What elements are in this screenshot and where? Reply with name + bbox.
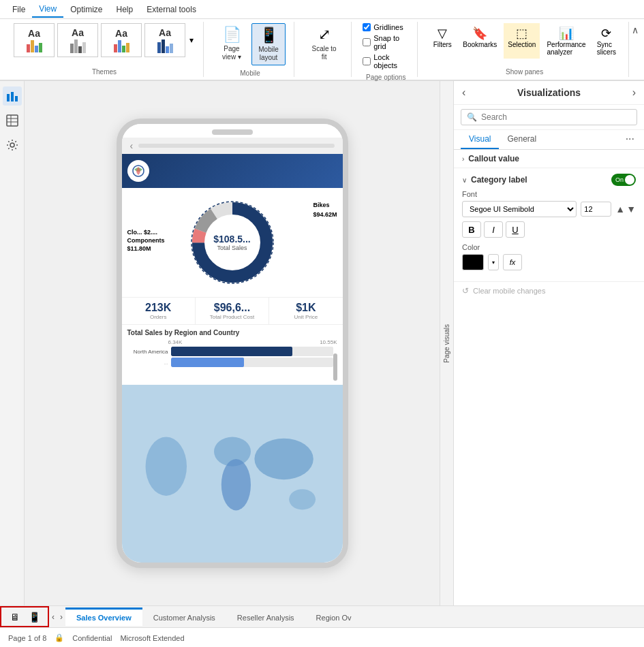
page-visuals-tab[interactable]: Page visuals bbox=[440, 81, 453, 605]
fx-btn[interactable]: fx bbox=[503, 254, 522, 270]
callout-section-header[interactable]: › Callout value bbox=[462, 154, 636, 163]
page-nav-forward[interactable]: › bbox=[57, 612, 65, 622]
sync-slicers-label: Syncslicers bbox=[597, 41, 616, 56]
page-tab-sales-overview[interactable]: Sales Overview bbox=[65, 607, 142, 626]
kpi-orders-label: Orders bbox=[125, 314, 192, 320]
page-nav-back[interactable]: ‹ bbox=[49, 612, 57, 622]
phone-nav-back[interactable]: ‹ bbox=[130, 140, 134, 151]
tab-visual[interactable]: Visual bbox=[461, 130, 499, 149]
lock-objects-input[interactable] bbox=[363, 57, 371, 65]
theme-item-3[interactable]: Aa bbox=[101, 23, 142, 57]
page-tab-region-ov[interactable]: Region Ov bbox=[305, 607, 363, 626]
viz-expand-arrow[interactable]: › bbox=[632, 86, 636, 99]
snap-to-grid-checkbox[interactable]: Snap to grid bbox=[363, 34, 409, 50]
viz-arrows: › bbox=[632, 86, 636, 99]
page-view-btn[interactable]: 📄 Pageview ▾ bbox=[215, 23, 249, 64]
underline-btn[interactable]: U bbox=[506, 221, 525, 238]
bar-label-2: ... bbox=[127, 360, 168, 365]
page-visuals-label: Page visuals bbox=[442, 319, 452, 368]
kpi-row: 213K Orders $96,6... Total Product Cost … bbox=[122, 297, 343, 324]
phone-nav-bar bbox=[138, 144, 334, 148]
theme-aa-4: Aa bbox=[159, 27, 171, 38]
font-size-up[interactable]: ▲ bbox=[615, 204, 625, 215]
bar-row-2: ... bbox=[127, 358, 333, 367]
bookmarks-btn[interactable]: 🔖 Bookmarks bbox=[459, 23, 501, 59]
theme-item-4[interactable]: Aa bbox=[144, 23, 185, 57]
svg-rect-3 bbox=[7, 115, 18, 126]
phone-nav: ‹ bbox=[122, 138, 343, 154]
tab-general[interactable]: General bbox=[499, 130, 545, 149]
lock-objects-checkbox[interactable]: Lock objects bbox=[363, 53, 409, 69]
toggle-knob bbox=[625, 175, 634, 185]
left-chart-icon[interactable] bbox=[3, 86, 22, 106]
kpi-cost: $96,6... Total Product Cost bbox=[196, 298, 269, 324]
desktop-view-btn[interactable]: 🖥 bbox=[7, 609, 23, 625]
theme-item-1[interactable]: Aa bbox=[14, 23, 55, 57]
menu-optimize[interactable]: Optimize bbox=[63, 2, 109, 17]
left-table-icon[interactable] bbox=[3, 111, 22, 130]
bar-north-america-fill bbox=[171, 347, 293, 356]
bar-scrollbar[interactable] bbox=[333, 353, 337, 381]
bar-title: Total Sales by Region and Country bbox=[127, 329, 337, 336]
mobile-group-label: Mobile bbox=[240, 67, 260, 77]
kpi-orders-value: 213K bbox=[125, 302, 192, 314]
donut-center: $108.5... Total Sales bbox=[213, 234, 251, 251]
page-tab-reseller-analysis[interactable]: Reseller Analysis bbox=[226, 607, 305, 626]
donut-area: Clo... $2.... Components $11.80M bbox=[122, 188, 343, 297]
mobile-layout-btn[interactable]: 📱 Mobilelayout bbox=[251, 23, 286, 65]
selection-btn[interactable]: ⬚ Selection bbox=[504, 23, 540, 59]
phone-header bbox=[122, 154, 343, 188]
page-options-label: Page options bbox=[366, 71, 405, 81]
font-size-down[interactable]: ▼ bbox=[626, 204, 636, 215]
left-settings-icon[interactable] bbox=[3, 136, 22, 155]
sync-slicers-icon: ⟳ bbox=[601, 26, 611, 41]
callout-section: › Callout value bbox=[454, 150, 644, 168]
italic-btn[interactable]: I bbox=[484, 221, 503, 238]
mobile-label: Mobilelayout bbox=[258, 46, 278, 62]
category-section-header[interactable]: ∨ Category label On bbox=[462, 174, 636, 186]
page-view-icon: 📄 bbox=[223, 26, 241, 44]
snap-to-grid-input[interactable] bbox=[363, 38, 371, 46]
font-family-select[interactable]: Segoe UI Semibold bbox=[462, 201, 577, 217]
bold-btn[interactable]: B bbox=[462, 221, 481, 238]
viz-search-box[interactable]: 🔍 bbox=[461, 109, 637, 125]
viz-back-arrow[interactable]: ‹ bbox=[462, 86, 465, 99]
search-input[interactable] bbox=[481, 112, 631, 122]
gridlines-checkbox[interactable]: Gridlines bbox=[363, 23, 409, 31]
theme-item-2[interactable]: Aa bbox=[57, 23, 98, 57]
filters-btn[interactable]: ▽ Filters bbox=[429, 23, 456, 59]
page-tab-customer-analysis[interactable]: Customer Analysis bbox=[142, 607, 226, 626]
bookmarks-label: Bookmarks bbox=[463, 41, 497, 48]
menu-external-tools[interactable]: External tools bbox=[140, 2, 203, 17]
ribbon-scale-group: ⤢ Scale to fit bbox=[297, 22, 352, 77]
menu-file[interactable]: File bbox=[5, 2, 32, 17]
snap-to-grid-label: Snap to grid bbox=[373, 34, 409, 50]
menu-help[interactable]: Help bbox=[109, 2, 140, 17]
font-size-input[interactable] bbox=[581, 202, 611, 217]
bar-fill-2 bbox=[171, 358, 244, 367]
filters-label: Filters bbox=[433, 41, 452, 48]
gridlines-input[interactable] bbox=[363, 23, 371, 31]
tab-more-btn[interactable]: ··· bbox=[623, 130, 637, 149]
bold-label: B bbox=[468, 225, 474, 235]
map-svg bbox=[122, 385, 343, 563]
performance-analyzer-btn[interactable]: 📊 Performanceanalyzer bbox=[542, 23, 589, 59]
gridlines-label: Gridlines bbox=[373, 23, 403, 31]
category-toggle[interactable]: On bbox=[611, 174, 636, 186]
menu-bar: File View Optimize Help External tools bbox=[0, 0, 644, 19]
menu-view[interactable]: View bbox=[32, 1, 63, 18]
category-section: ∨ Category label On Font Segoe UI Semibo… bbox=[454, 168, 644, 282]
legend-components-val: $11.80M bbox=[127, 245, 165, 252]
scale-to-fit-btn[interactable]: ⤢ Scale to fit bbox=[305, 23, 343, 64]
mobile-view-btn[interactable]: 📱 bbox=[26, 609, 42, 625]
mobile-icon: 📱 bbox=[260, 27, 278, 44]
themes-dropdown-arrow[interactable]: ▾ bbox=[188, 34, 195, 46]
color-swatch[interactable] bbox=[462, 254, 484, 270]
clear-mobile-label: Clear mobile changes bbox=[473, 287, 545, 295]
ribbon-collapse-btn[interactable]: ∧ bbox=[632, 22, 639, 77]
sync-slicers-btn[interactable]: ⟳ Syncslicers bbox=[593, 23, 620, 59]
bar-axis-max: 10.55K bbox=[320, 339, 337, 345]
color-dropdown[interactable]: ▾ bbox=[488, 254, 499, 270]
legend-components: Components bbox=[127, 237, 165, 244]
performance-icon: 📊 bbox=[559, 26, 574, 41]
